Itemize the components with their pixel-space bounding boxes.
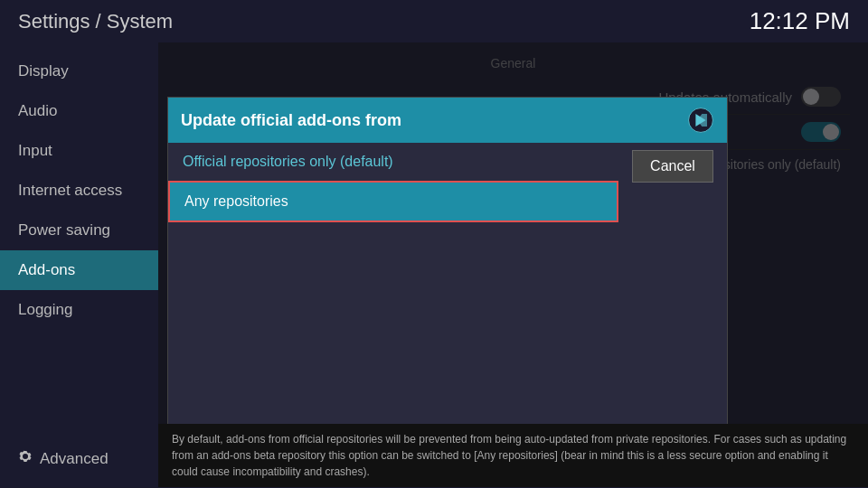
option-any-repositories[interactable]: Any repositories [168,181,618,222]
sidebar: Display Audio Input Internet access Powe… [0,42,158,487]
modal-header: Update official add-ons from [168,98,727,143]
kodi-icon [687,107,714,134]
sidebar-item-input[interactable]: Input [0,131,158,171]
clock: 12:12 PM [750,7,850,35]
page-title: Settings / System [18,10,173,33]
description-bar: By default, add-ons from official reposi… [158,424,868,487]
sidebar-item-add-ons[interactable]: Add-ons [0,250,158,290]
app-header: Settings / System 12:12 PM [0,0,868,42]
advanced-label: Advanced [40,450,108,468]
modal-cancel-area: Cancel [618,143,727,449]
sidebar-item-internet-access[interactable]: Internet access [0,171,158,211]
modal-list-container: Official repositories only (default) Any… [168,143,618,449]
option-official[interactable]: Official repositories only (default) [168,143,618,181]
sidebar-item-logging[interactable]: Logging [0,290,158,330]
content-area: General Updates automatically ositories … [158,42,868,487]
sidebar-item-audio[interactable]: Audio [0,91,158,131]
modal-spacer [168,222,618,421]
description-text: By default, add-ons from official reposi… [172,433,846,478]
modal-dialog: Update official add-ons from Official re… [167,97,728,450]
modal-body: Official repositories only (default) Any… [168,143,727,449]
modal-title: Update official add-ons from [181,111,401,130]
cancel-button[interactable]: Cancel [632,150,713,183]
gear-icon [18,449,33,468]
sidebar-item-display[interactable]: Display [0,52,158,91]
sidebar-item-advanced[interactable]: Advanced [0,438,158,479]
main-layout: Display Audio Input Internet access Powe… [0,42,868,487]
sidebar-item-power-saving[interactable]: Power saving [0,211,158,250]
